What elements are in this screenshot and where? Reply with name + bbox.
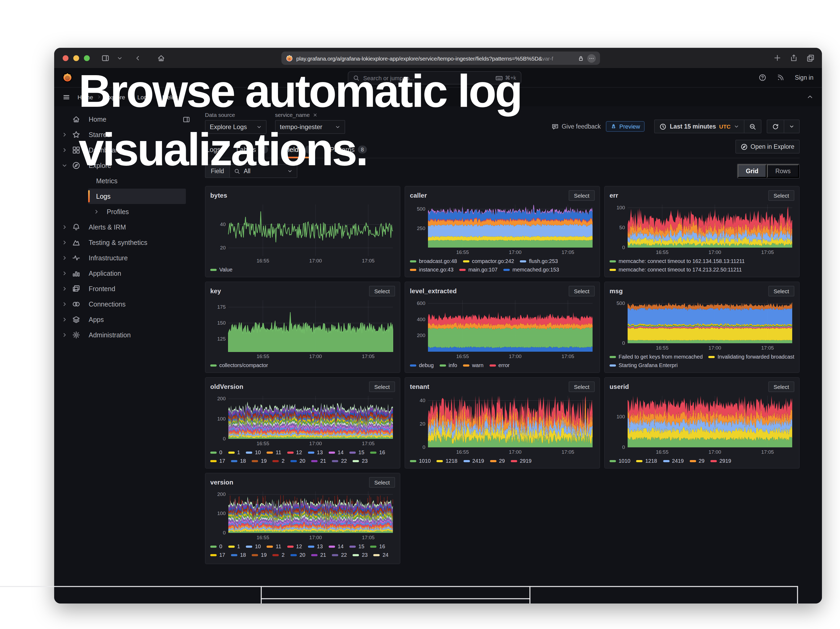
- legend-item[interactable]: 24: [374, 552, 388, 558]
- view-toggle-grid[interactable]: Grid: [737, 164, 767, 178]
- select-button[interactable]: Select: [569, 381, 595, 392]
- chart-level_extracted[interactable]: 20040060016:5517:0017:05: [410, 297, 595, 360]
- select-button[interactable]: Select: [569, 286, 595, 296]
- legend-item[interactable]: 1218: [636, 457, 657, 464]
- view-toggle-rows[interactable]: Rows: [767, 164, 799, 178]
- legend-item[interactable]: collectors/compactor: [210, 362, 268, 369]
- share-icon[interactable]: [790, 54, 797, 62]
- refresh-interval-button[interactable]: [784, 120, 800, 133]
- legend-item[interactable]: 12: [287, 449, 302, 456]
- legend-item[interactable]: 1218: [437, 457, 458, 464]
- chevron-right-icon[interactable]: [62, 270, 72, 276]
- legend-item[interactable]: 21: [311, 552, 326, 558]
- legend-item[interactable]: 23: [353, 457, 368, 464]
- legend-item[interactable]: 17: [210, 552, 225, 558]
- chart-caller[interactable]: 25050016:5517:0017:05: [410, 201, 595, 256]
- collapse-section-icon[interactable]: [807, 93, 813, 100]
- sidebar-item-logs[interactable]: Logs: [88, 189, 186, 204]
- chart-err[interactable]: 05010016:5517:0017:05: [609, 201, 794, 256]
- chevron-right-icon[interactable]: [62, 255, 72, 261]
- legend-item[interactable]: 14: [329, 449, 344, 456]
- chart-userid[interactable]: 010016:5517:0017:05: [609, 393, 794, 455]
- chevron-right-icon[interactable]: [62, 286, 72, 292]
- legend-item[interactable]: 29: [490, 457, 505, 464]
- legend-item[interactable]: 13: [308, 449, 323, 456]
- sidebar-item-profiles[interactable]: Profiles: [88, 204, 197, 220]
- close-window-button[interactable]: [63, 55, 68, 61]
- chevron-right-icon[interactable]: [62, 224, 72, 230]
- chart-key[interactable]: 12515017516:5517:0017:05: [210, 297, 395, 360]
- give-feedback-link[interactable]: Give feedback: [552, 123, 601, 130]
- chevron-right-icon[interactable]: [62, 332, 72, 338]
- legend-item[interactable]: 19: [252, 552, 267, 558]
- legend-item[interactable]: 11: [267, 543, 281, 550]
- legend-item[interactable]: 10: [246, 449, 261, 456]
- new-tab-icon[interactable]: [774, 54, 781, 62]
- legend-item[interactable]: warn: [463, 362, 483, 369]
- zoom-out-time-button[interactable]: [744, 120, 761, 133]
- sidebar-item-application[interactable]: Application: [54, 266, 197, 281]
- sidebar-item-frontend[interactable]: Frontend: [54, 281, 197, 296]
- select-button[interactable]: Select: [369, 477, 395, 488]
- chart-tenant[interactable]: 0204016:5517:0017:05: [410, 393, 595, 455]
- select-button[interactable]: Select: [369, 381, 395, 392]
- legend-item[interactable]: memcache: connect timeout to 162.134.158…: [609, 258, 745, 265]
- chart-version[interactable]: 010020016:5517:0017:05: [210, 488, 395, 541]
- sidebar-item-alerts-irm[interactable]: Alerts & IRM: [54, 220, 197, 235]
- zoom-window-button[interactable]: [84, 55, 90, 61]
- legend-item[interactable]: debug: [410, 362, 434, 369]
- legend-item[interactable]: 22: [332, 552, 347, 558]
- sidebar-item-apps[interactable]: Apps: [54, 312, 197, 327]
- legend-item[interactable]: 19: [252, 457, 267, 464]
- legend-item[interactable]: main.go:107: [459, 266, 497, 273]
- legend-item[interactable]: 18: [231, 457, 246, 464]
- legend-item[interactable]: info: [440, 362, 457, 369]
- legend-item[interactable]: 1: [228, 543, 240, 550]
- legend-item[interactable]: Failed to get keys from memcached: [609, 353, 703, 360]
- legend-item[interactable]: 23: [353, 552, 368, 558]
- legend-item[interactable]: 21: [311, 457, 326, 464]
- legend-item[interactable]: 17: [210, 457, 225, 464]
- legend-item[interactable]: flush.go:253: [520, 258, 558, 265]
- chevron-right-icon[interactable]: [62, 317, 72, 322]
- select-button[interactable]: Select: [768, 286, 794, 296]
- open-in-explore-button[interactable]: Open in Explore: [735, 140, 800, 153]
- refresh-button[interactable]: [767, 120, 784, 133]
- legend-item[interactable]: 0: [210, 543, 222, 550]
- legend-item[interactable]: 2919: [511, 457, 532, 464]
- legend-item[interactable]: 29: [690, 457, 704, 464]
- menu-icon[interactable]: [63, 93, 70, 101]
- sidebar-item-connections[interactable]: Connections: [54, 296, 197, 312]
- legend-item[interactable]: 16: [370, 449, 385, 456]
- sidebar-item-infrastructure[interactable]: Infrastructure: [54, 250, 197, 266]
- legend-item[interactable]: 18: [231, 552, 246, 558]
- sign-in-link[interactable]: Sign in: [795, 74, 813, 81]
- legend-item[interactable]: memcached.go:153: [504, 266, 559, 273]
- chevron-right-icon[interactable]: [62, 301, 72, 307]
- legend-item[interactable]: 2419: [463, 457, 484, 464]
- grafana-logo[interactable]: [62, 72, 73, 84]
- legend-item[interactable]: error: [489, 362, 510, 369]
- legend-item[interactable]: broadcast.go:48: [410, 258, 457, 265]
- chevron-right-icon[interactable]: [62, 240, 72, 245]
- legend-item[interactable]: instance.go:43: [410, 266, 453, 273]
- chevron-down-icon[interactable]: [62, 163, 72, 168]
- legend-item[interactable]: 15: [349, 449, 364, 456]
- legend-item[interactable]: 10: [246, 543, 261, 550]
- chevron-right-icon[interactable]: [62, 147, 72, 153]
- legend-item[interactable]: 11: [267, 449, 281, 456]
- preview-badge[interactable]: Preview: [606, 121, 645, 132]
- legend-item[interactable]: 20: [291, 457, 305, 464]
- sidebar-item-administration[interactable]: Administration: [54, 327, 197, 343]
- help-icon[interactable]: [759, 74, 766, 81]
- legend-item[interactable]: 2: [273, 457, 284, 464]
- chevron-right-icon[interactable]: [93, 209, 104, 215]
- legend-item[interactable]: Starting Grafana Enterpri: [609, 362, 677, 369]
- select-button[interactable]: Select: [768, 190, 794, 201]
- select-button[interactable]: Select: [369, 286, 395, 296]
- legend-item[interactable]: 0: [210, 449, 222, 456]
- legend-item[interactable]: 13: [308, 543, 323, 550]
- news-icon[interactable]: [777, 74, 784, 81]
- chart-msg[interactable]: 050016:5517:0017:05: [609, 297, 794, 351]
- legend-item[interactable]: 14: [329, 543, 344, 550]
